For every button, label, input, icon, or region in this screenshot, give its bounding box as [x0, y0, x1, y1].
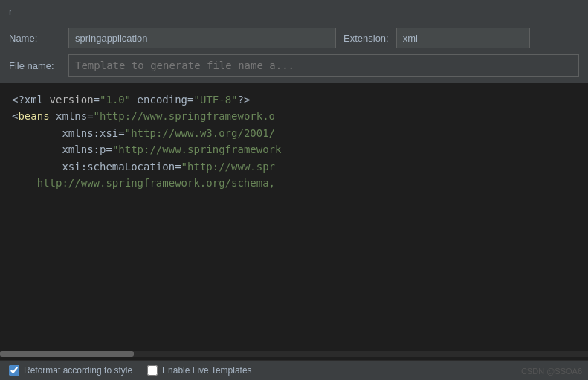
- code-line-4: xmlns:p="http://www.springframework: [12, 141, 576, 158]
- filename-input[interactable]: [68, 54, 579, 77]
- scrollbar-thumb[interactable]: [0, 351, 134, 357]
- filename-row: File name:: [9, 54, 579, 77]
- reformat-label: Reformat according to style: [24, 365, 132, 376]
- form-section: Name: Extension: File name:: [0, 22, 588, 83]
- bottom-bar: Reformat according to style Enable Live …: [0, 360, 588, 380]
- extension-input[interactable]: [396, 28, 530, 48]
- extension-label: Extension:: [343, 33, 389, 44]
- code-line-5: xsi:schemaLocation="http://www.spr: [12, 158, 576, 175]
- filename-label: File name:: [9, 60, 61, 71]
- name-extension-row: Name: Extension:: [9, 28, 579, 48]
- code-line-1: <?xml version="1.0" encoding="UTF-8"?>: [12, 91, 576, 108]
- name-label: Name:: [9, 33, 61, 44]
- dialog-container: r Name: Extension: File name: <?xml vers…: [0, 0, 588, 380]
- live-templates-label: Enable Live Templates: [162, 365, 252, 376]
- code-line-3: xmlns:xsi="http://www.w3.org/2001/: [12, 125, 576, 141]
- name-input[interactable]: [68, 28, 336, 48]
- live-templates-checkbox-row: Enable Live Templates: [147, 365, 252, 376]
- top-bar: r: [0, 0, 588, 22]
- top-bar-label: r: [9, 6, 12, 17]
- live-templates-checkbox[interactable]: [147, 365, 158, 376]
- watermark: CSDN @SSOA6: [521, 367, 582, 376]
- reformat-checkbox[interactable]: [9, 365, 19, 376]
- scrollbar-track[interactable]: [0, 351, 588, 357]
- code-line-2: <beans xmlns="http://www.springframework…: [12, 108, 576, 124]
- code-editor[interactable]: <?xml version="1.0" encoding="UTF-8"?> <…: [0, 83, 588, 360]
- reformat-checkbox-row: Reformat according to style: [9, 365, 132, 376]
- code-line-6: http://www.springframework.org/schema,: [12, 175, 576, 191]
